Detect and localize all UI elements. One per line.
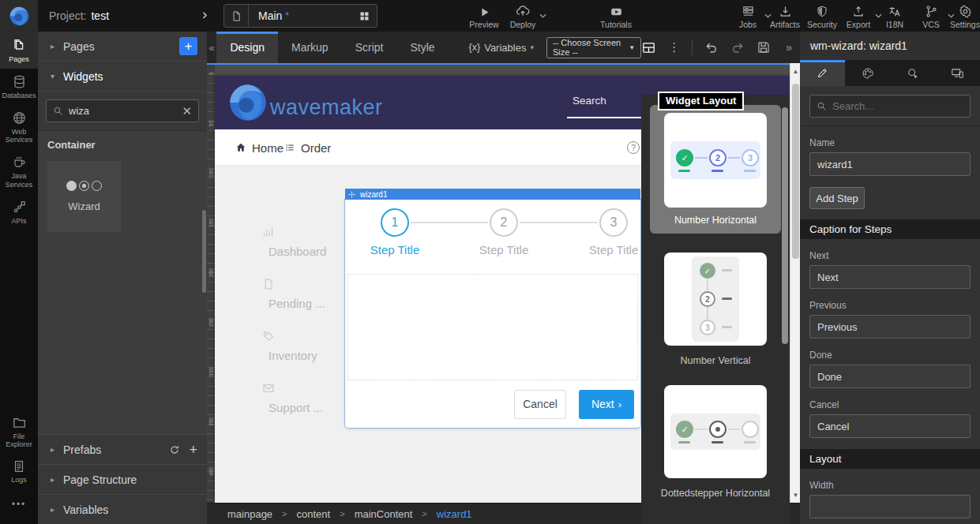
wizard-widget[interactable]: wizard1 1 2 3 Step Title Step Title bbox=[345, 189, 640, 428]
help-icon[interactable]: ? bbox=[627, 141, 640, 154]
check-icon: ✓ bbox=[700, 263, 715, 279]
widget-selection-bar[interactable]: wizard1 bbox=[345, 189, 640, 200]
nav-item-home[interactable]: Home bbox=[235, 129, 283, 166]
prefabs-section-header[interactable]: ▸ Prefabs + bbox=[38, 434, 207, 464]
save-icon[interactable] bbox=[757, 40, 771, 54]
tab-style[interactable]: Style bbox=[396, 32, 448, 63]
project-label: Project: bbox=[49, 9, 86, 22]
next-field[interactable] bbox=[809, 265, 971, 289]
tab-markup[interactable]: Markup bbox=[278, 32, 342, 63]
settings-button[interactable]: Settings bbox=[940, 3, 980, 29]
database-icon bbox=[12, 74, 27, 89]
clear-search-icon[interactable]: ✕ bbox=[182, 104, 192, 118]
tab-properties[interactable] bbox=[800, 60, 845, 86]
layout-option-number-horizontal[interactable]: ✓ 2 3 Number Horizontal bbox=[650, 105, 781, 234]
logs-icon bbox=[12, 459, 26, 473]
properties-search-box[interactable] bbox=[809, 95, 971, 118]
side-item-support[interactable]: Support ... bbox=[261, 382, 326, 414]
next-button[interactable]: Next › bbox=[579, 390, 634, 419]
redo-icon[interactable] bbox=[730, 40, 745, 54]
refresh-icon[interactable] bbox=[169, 444, 180, 455]
tabs-overflow-chevron-icon[interactable]: › bbox=[202, 6, 207, 23]
caret-right-icon: ▸ bbox=[51, 445, 63, 454]
tab-styles[interactable] bbox=[845, 60, 890, 86]
tab-design[interactable]: Design bbox=[216, 32, 278, 63]
sidebar-item-databases[interactable]: Databases bbox=[0, 69, 38, 105]
page-tab-main[interactable]: Main * bbox=[223, 4, 377, 28]
side-item-pending[interactable]: Pending ... bbox=[261, 278, 326, 310]
done-field-label: Done bbox=[809, 350, 971, 361]
side-item-inventory[interactable]: Inventory bbox=[261, 330, 326, 362]
deploy-button[interactable]: Deploy bbox=[498, 3, 548, 29]
widget-search-input[interactable] bbox=[69, 105, 176, 117]
width-field-label: Width bbox=[809, 480, 971, 491]
variables-section-header[interactable]: ▸ Variables bbox=[38, 494, 207, 524]
unsaved-indicator: * bbox=[285, 10, 289, 21]
explorer-scrollbar[interactable] bbox=[202, 210, 206, 293]
add-prefab-icon[interactable]: + bbox=[189, 443, 197, 457]
widget-layout-button[interactable] bbox=[641, 40, 656, 55]
more-options-icon[interactable]: ⋮ bbox=[668, 40, 680, 54]
widget-search-box[interactable]: ✕ bbox=[46, 99, 199, 122]
undo-icon[interactable] bbox=[704, 40, 719, 54]
sidebar-item-pages[interactable]: Pages bbox=[0, 32, 38, 69]
add-page-button[interactable]: + bbox=[179, 37, 197, 55]
sidebar-more-button[interactable]: ••• bbox=[12, 499, 27, 510]
step-1-circle[interactable]: 1 bbox=[381, 208, 409, 237]
top-bar: Project: test › Main * Preview Deploy Tu… bbox=[0, 0, 980, 32]
palette-icon bbox=[862, 67, 874, 80]
check-icon: ✓ bbox=[676, 149, 693, 167]
page-structure-section-header[interactable]: ▸ Page Structure bbox=[38, 464, 207, 494]
sidebar-item-web-services[interactable]: Web Services bbox=[0, 105, 38, 150]
scrollbar-thumb[interactable] bbox=[792, 84, 799, 259]
cancel-button[interactable]: Cancel bbox=[514, 390, 566, 419]
page-file-icon[interactable] bbox=[224, 5, 249, 27]
layout-option-dottedstepper-horizontal[interactable]: ✓ Dottedstepper Horizontal bbox=[650, 385, 781, 499]
sidebar-item-logs[interactable]: Logs bbox=[0, 454, 38, 489]
sidebar-item-java-services[interactable]: Java Services bbox=[0, 149, 38, 194]
widgets-section-header[interactable]: ▾ Widgets bbox=[38, 62, 207, 92]
wizard-widget-tile[interactable]: Wizard bbox=[47, 161, 121, 232]
name-field-label: Name bbox=[809, 137, 971, 148]
side-item-dashboard[interactable]: Dashboard bbox=[261, 226, 326, 258]
canvas-scrollbar[interactable]: ▲ ▼ bbox=[790, 63, 800, 503]
tab-script[interactable]: Script bbox=[342, 32, 397, 63]
done-field[interactable] bbox=[809, 365, 971, 388]
width-field[interactable] bbox=[809, 495, 971, 518]
move-icon[interactable] bbox=[348, 191, 355, 198]
nav-item-order[interactable]: Order bbox=[284, 129, 331, 166]
wizard-step-content[interactable] bbox=[347, 274, 638, 380]
name-field[interactable] bbox=[809, 152, 971, 176]
page-tab-label: Main bbox=[258, 9, 282, 22]
expand-panel-icon[interactable]: » bbox=[783, 41, 795, 54]
globe-icon bbox=[12, 110, 27, 125]
breadcrumb-content[interactable]: content bbox=[297, 508, 331, 520]
breadcrumb-wizard1[interactable]: wizard1 bbox=[437, 508, 472, 520]
pages-section-header[interactable]: ▸ Pages + bbox=[38, 32, 207, 62]
breadcrumb-maincontent[interactable]: mainContent bbox=[355, 508, 413, 520]
tutorials-button[interactable]: Tutorials bbox=[591, 3, 641, 29]
sidebar-item-apis[interactable]: APIs bbox=[0, 194, 38, 230]
collapse-panel-icon[interactable]: « bbox=[207, 42, 216, 54]
popup-scrollbar[interactable] bbox=[782, 107, 788, 344]
add-step-button[interactable]: Add Step bbox=[809, 187, 865, 209]
sidebar-item-file-explorer[interactable]: File Explorer bbox=[0, 410, 38, 455]
project-title: Project: test bbox=[49, 0, 109, 32]
chevron-down-icon bbox=[539, 13, 546, 18]
previous-field[interactable] bbox=[809, 315, 971, 339]
tab-events[interactable] bbox=[890, 60, 935, 86]
breadcrumb-mainpage[interactable]: mainpage bbox=[227, 508, 272, 520]
layout-option-number-vertical[interactable]: ✓ 2 3 Number Vertical bbox=[650, 253, 781, 366]
variables-menu[interactable]: {x} Variables ▾ bbox=[469, 42, 534, 54]
doc-icon bbox=[262, 278, 275, 290]
page-side-menu: Dashboard Pending ... Inventory Sup bbox=[261, 226, 326, 414]
step-3-circle[interactable]: 3 bbox=[599, 208, 628, 237]
page-layout-grid-icon[interactable] bbox=[359, 10, 370, 22]
app-logo[interactable] bbox=[0, 0, 38, 32]
step-2-circle[interactable]: 2 bbox=[490, 208, 518, 237]
screen-size-select[interactable]: -- Choose Screen Size -- ▼ bbox=[546, 37, 641, 58]
cancel-field[interactable] bbox=[809, 414, 971, 438]
nav-search-link[interactable]: Search bbox=[573, 95, 606, 107]
properties-search-input[interactable] bbox=[832, 100, 963, 112]
tab-devices[interactable] bbox=[935, 60, 980, 86]
